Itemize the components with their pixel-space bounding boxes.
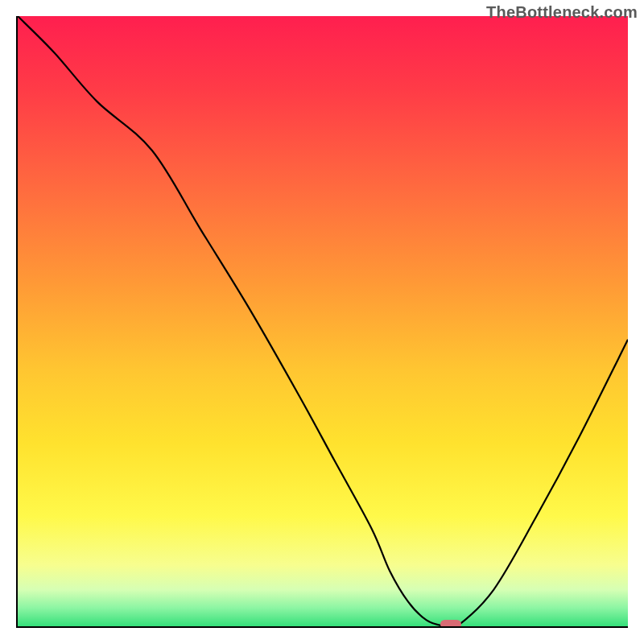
watermark-text: TheBottleneck.com	[486, 3, 638, 22]
bottleneck-curve	[18, 16, 628, 626]
min-marker	[440, 620, 461, 628]
plot-area	[16, 16, 628, 628]
